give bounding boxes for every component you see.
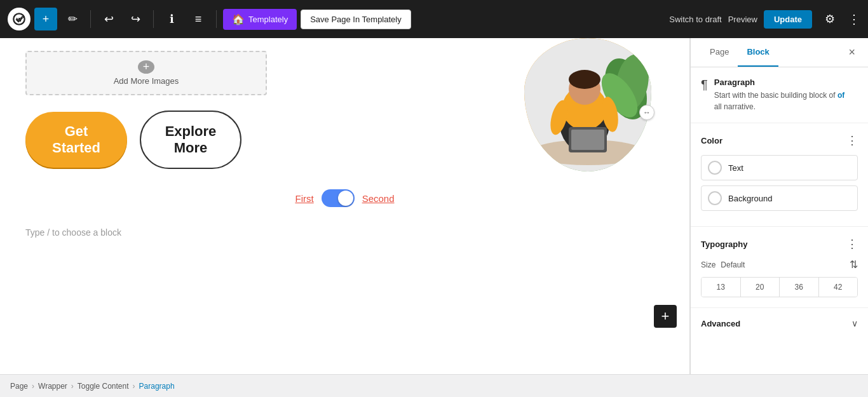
canvas: ↔ + Add More Images GetStarted ExploreMo…: [0, 38, 690, 374]
separator-2: [153, 10, 154, 28]
templately-icon: 🏠: [232, 13, 245, 25]
text-color-circle: [708, 161, 722, 175]
pencil-icon: ✏: [68, 12, 78, 26]
add-block-button[interactable]: +: [34, 8, 57, 30]
resize-icon: ↔: [643, 108, 651, 117]
get-started-label: GetStarted: [52, 123, 100, 156]
text-color-row[interactable]: Text: [701, 155, 858, 180]
wp-logo[interactable]: W: [8, 8, 31, 30]
paragraph-icon: ¶: [701, 77, 708, 92]
menu-button[interactable]: ≡: [187, 8, 210, 30]
undo-icon: ↩: [104, 12, 114, 26]
floating-add-block-button[interactable]: +: [654, 305, 677, 328]
separator: [90, 10, 91, 28]
topbar: W + ✏ ↩ ↪ ℹ ≡ 🏠 Templately Save Page In …: [0, 0, 868, 38]
size-row: Size Default ⇅: [701, 259, 858, 271]
redo-icon: ↪: [131, 12, 140, 26]
size-option-13[interactable]: 13: [702, 278, 741, 297]
preview-button[interactable]: Preview: [728, 15, 757, 24]
size-13-label: 13: [717, 283, 725, 292]
menu-icon: ≡: [195, 13, 202, 26]
redo-button[interactable]: ↪: [124, 8, 147, 30]
info-button[interactable]: ℹ: [160, 8, 183, 30]
typography-options-button[interactable]: ⋮: [846, 237, 858, 251]
save-page-button[interactable]: Save Page In Templately: [301, 10, 411, 29]
update-label: Update: [774, 15, 802, 24]
update-button[interactable]: Update: [764, 10, 812, 29]
advanced-label: Advanced: [701, 319, 740, 328]
toggle-row: First Second: [25, 189, 664, 207]
size-42-label: 42: [834, 283, 842, 292]
size-options: 13 20 36 42: [701, 277, 858, 297]
tab-block-label: Block: [747, 47, 769, 57]
breadcrumb-page[interactable]: Page: [10, 382, 28, 391]
toggle-knob: [338, 191, 353, 206]
templately-label: Templately: [248, 15, 288, 24]
more-options-button[interactable]: ⋮: [848, 11, 860, 27]
undo-button[interactable]: ↩: [97, 8, 120, 30]
right-panel: Page Block × ¶ Paragraph Start with t: [690, 38, 868, 374]
topbar-right: Switch to draft Preview Update ⚙ ⋮: [669, 8, 860, 30]
separator-3: [216, 10, 217, 28]
switch-draft-label: Switch to draft: [669, 15, 721, 24]
add-images-label: Add More Images: [114, 76, 179, 86]
text-color-label: Text: [728, 163, 743, 173]
edit-button[interactable]: ✏: [61, 8, 84, 30]
tab-page[interactable]: Page: [701, 38, 738, 67]
close-panel-button[interactable]: ×: [846, 43, 858, 62]
background-color-row[interactable]: Background: [701, 185, 858, 211]
breadcrumb: Page › Wrapper › Toggle Content › Paragr…: [0, 374, 868, 397]
close-icon: ×: [848, 46, 855, 58]
floating-plus-icon: +: [661, 308, 670, 325]
tab-page-label: Page: [710, 47, 729, 57]
type-block[interactable]: Type / to choose a block: [25, 222, 664, 243]
size-20-label: 20: [756, 283, 764, 292]
more-icon: ⋮: [848, 12, 860, 26]
explore-more-button[interactable]: ExploreMore: [140, 111, 241, 169]
color-options-button[interactable]: ⋮: [846, 133, 858, 147]
svg-point-10: [569, 70, 600, 89]
advanced-header[interactable]: Advanced ∨: [701, 318, 858, 328]
settings-button[interactable]: ⚙: [818, 8, 841, 30]
block-desc-part2: all narrative.: [714, 102, 756, 111]
gear-icon: ⚙: [825, 12, 835, 26]
panel-tab-group: Page Block: [701, 38, 778, 67]
size-label: Size: [701, 260, 715, 269]
resize-handle[interactable]: ↔: [639, 105, 654, 120]
main-area: ↔ + Add More Images GetStarted ExploreMo…: [0, 38, 868, 374]
breadcrumb-wrapper[interactable]: Wrapper: [38, 382, 67, 391]
breadcrumb-paragraph[interactable]: Paragraph: [139, 382, 175, 391]
add-images-block[interactable]: + Add More Images: [25, 51, 267, 95]
tab-block[interactable]: Block: [738, 38, 778, 67]
breadcrumb-toggle-content[interactable]: Toggle Content: [78, 382, 129, 391]
size-option-20[interactable]: 20: [741, 278, 780, 297]
bg-color-circle: [708, 191, 722, 205]
color-section: Color ⋮ Text Background: [691, 123, 868, 227]
size-36-label: 36: [795, 283, 803, 292]
block-description: Start with the basic building block of o…: [714, 90, 844, 112]
type-placeholder: Type / to choose a block: [25, 227, 121, 238]
toggle-switch[interactable]: [322, 189, 355, 207]
block-info-section: ¶ Paragraph Start with the basic buildin…: [691, 67, 868, 123]
switch-draft-button[interactable]: Switch to draft: [669, 15, 721, 24]
get-started-button[interactable]: GetStarted: [25, 112, 127, 168]
explore-more-label: ExploreMore: [165, 123, 217, 156]
size-option-36[interactable]: 36: [780, 278, 819, 297]
size-controls-icon[interactable]: ⇅: [850, 259, 858, 271]
block-name: Paragraph: [714, 77, 755, 87]
svg-text:W: W: [17, 17, 22, 23]
color-section-header: Color ⋮: [701, 133, 858, 147]
typography-section: Typography ⋮ Size Default ⇅ 13 20 36: [691, 227, 868, 308]
toggle-first-label: First: [295, 193, 313, 204]
panel-tabs: Page Block ×: [691, 38, 868, 67]
preview-label: Preview: [728, 15, 757, 24]
templately-button[interactable]: 🏠 Templately: [223, 9, 297, 30]
breadcrumb-sep-3: ›: [133, 382, 135, 391]
typography-header: Typography ⋮: [701, 237, 858, 251]
bg-color-label: Background: [728, 194, 772, 203]
size-option-42[interactable]: 42: [819, 278, 858, 297]
breadcrumb-sep-2: ›: [71, 382, 74, 391]
breadcrumb-sep-1: ›: [32, 382, 34, 391]
plus-icon: +: [43, 13, 50, 26]
typography-label: Typography: [701, 239, 747, 249]
